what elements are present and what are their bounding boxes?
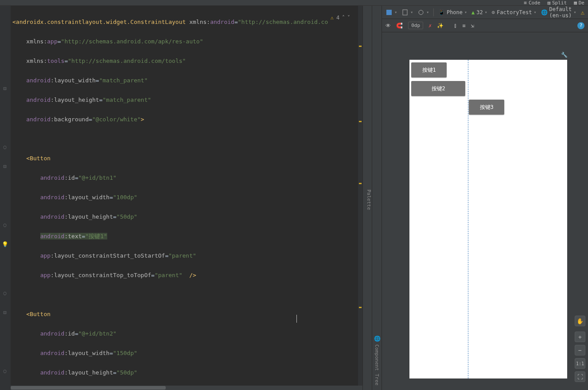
svg-rect-1 (403, 10, 407, 15)
fold-icon[interactable]: ⊟ (2, 309, 8, 316)
globe-icon: 🌐 (374, 335, 380, 342)
design-toolbar-bottom: 👁 🧲 0dp ✗ ✨ ⫿ ≡ ⇲ ? (382, 19, 588, 32)
pack-icon[interactable]: ⇲ (471, 23, 474, 29)
device-label: Phone (447, 9, 463, 15)
infer-constraints-icon[interactable]: ✨ (437, 23, 444, 29)
device-selector[interactable]: 📱 Phone ▾ (438, 9, 467, 15)
design-warning-icon[interactable]: ⚠ (581, 9, 584, 16)
zoom-controls: + − 1:1 ⛶ (575, 332, 585, 382)
default-margin[interactable]: 0dp (408, 22, 423, 29)
align-icon[interactable]: ≡ (462, 23, 465, 29)
fold-icon[interactable]: ⊟ (2, 85, 8, 92)
locale-selector[interactable]: 🌐 Default (en-us) ▾ (541, 6, 576, 19)
fold-icon[interactable]: ⊟ (2, 163, 8, 170)
orientation-icon[interactable]: ▾ (401, 9, 413, 16)
warning-marker[interactable] (359, 46, 362, 47)
scrollbar-thumb[interactable] (11, 386, 166, 390)
editor-warnings[interactable]: ⚠ 4 ˄ ˅ (331, 13, 350, 23)
preview-btn3[interactable]: 按键3 (469, 100, 504, 115)
palette-panel-toggle[interactable]: Palette (362, 6, 372, 390)
wrench-icon[interactable]: 🔧 (561, 52, 568, 58)
fold-icon[interactable]: ○ (2, 368, 8, 374)
svg-point-2 (419, 10, 423, 15)
fold-icon[interactable]: ⊟ (0, 241, 1, 247)
zoom-fit[interactable]: ⛶ (575, 371, 585, 382)
preview-btn1[interactable]: 按键1 (411, 62, 447, 77)
help-icon[interactable]: ? (577, 22, 584, 29)
design-tab-label: De (579, 0, 584, 6)
component-tree-label: Component Tree (374, 344, 380, 386)
zoom-out[interactable]: − (575, 345, 585, 355)
design-canvas[interactable]: 🔧 按键1 按键2 按键3 ✋ + − 1:1 ⛶ (382, 32, 588, 390)
code-editor[interactable]: ⊟ ○ ⊟ ○ 💡 ⊟ ○ ⊟ ○ <androidx.constraintla… (0, 6, 362, 390)
guidelines-icon[interactable]: ⫿ (454, 23, 457, 29)
zoom-reset[interactable]: 1:1 (575, 358, 585, 369)
split-tab-label: Split (552, 0, 567, 6)
svg-rect-0 (386, 10, 392, 15)
chevron-down-icon[interactable]: ˅ (347, 13, 350, 23)
palette-label: Palette (366, 189, 372, 210)
component-tree-toggle[interactable]: 🌐 Component Tree (372, 6, 382, 390)
module-label: FactoryTest (497, 9, 532, 15)
fold-icon[interactable]: ○ (2, 144, 8, 150)
design-tab[interactable]: ▦ De (574, 0, 584, 6)
zoom-in[interactable]: + (575, 332, 585, 342)
chevron-up-icon[interactable]: ˄ (342, 13, 345, 23)
warning-count: 4 (336, 13, 339, 23)
autoconnect-icon[interactable]: 🧲 (396, 23, 403, 29)
pan-tool[interactable]: ✋ (575, 316, 585, 326)
horizontal-scrollbar[interactable] (11, 386, 362, 390)
device-preview[interactable]: 按键1 按键2 按键3 (409, 60, 567, 378)
warning-icon: ⚠ (331, 13, 334, 23)
view-mode-tabs: ≡ Code ▥ Split ▦ De (0, 0, 588, 6)
marker-strip[interactable] (358, 6, 362, 390)
design-toolbar-top: ▾ ▾ ▾ 📱 Phone ▾ ▲ 32 ▾ ⊙ FactoryTest ▾ 🌐… (382, 6, 588, 19)
code-text[interactable]: <androidx.constraintlayout.widget.Constr… (11, 6, 358, 390)
view-options-icon[interactable]: 👁 (386, 23, 391, 29)
preview-btn2[interactable]: 按键2 (411, 81, 465, 96)
lightbulb-icon[interactable]: 💡 (2, 241, 8, 247)
clear-constraints-icon[interactable]: ✗ (428, 23, 432, 29)
editor-gutter: ⊟ ○ ⊟ ○ 💡 ⊟ ○ ⊟ ○ (0, 6, 11, 390)
warning-marker[interactable] (359, 307, 362, 308)
locale-label: Default (en-us) (549, 6, 572, 19)
night-mode-icon[interactable]: ▾ (417, 9, 429, 16)
text-caret (296, 315, 297, 323)
fold-icon[interactable]: ○ (2, 290, 8, 296)
code-tab[interactable]: ≡ Code (524, 0, 540, 6)
fold-icon[interactable]: ○ (2, 222, 8, 228)
barrier-indicator (468, 60, 468, 378)
design-surface-icon[interactable]: ▾ (386, 9, 397, 16)
split-tab[interactable]: ▥ Split (547, 0, 567, 6)
warning-marker[interactable] (359, 183, 362, 184)
theme-selector[interactable]: ⊙ FactoryTest ▾ (492, 9, 537, 15)
warning-marker[interactable] (359, 121, 362, 122)
api-label: 32 (476, 9, 483, 15)
api-selector[interactable]: ▲ 32 ▾ (471, 9, 487, 15)
code-tab-label: Code (529, 0, 541, 6)
